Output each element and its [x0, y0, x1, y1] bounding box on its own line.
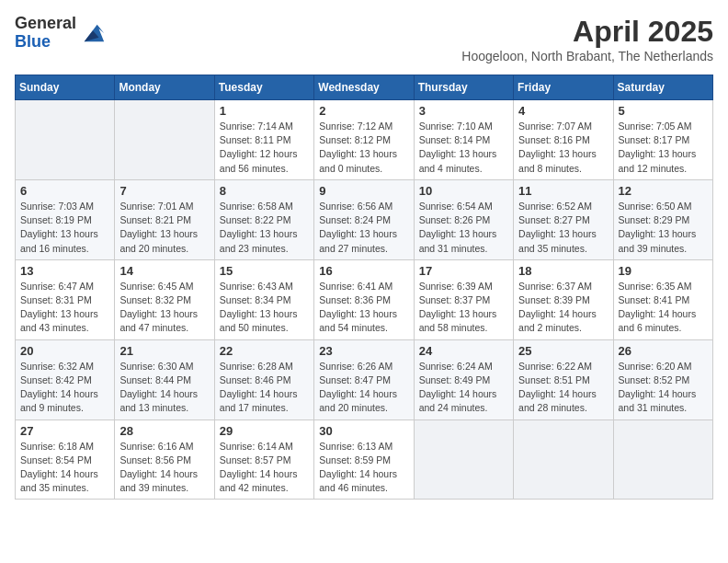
calendar-cell: 19Sunrise: 6:35 AM Sunset: 8:41 PM Dayli… — [613, 259, 712, 339]
day-info: Sunrise: 6:18 AM Sunset: 8:54 PM Dayligh… — [20, 440, 109, 496]
day-info: Sunrise: 6:39 AM Sunset: 8:37 PM Dayligh… — [419, 280, 508, 336]
calendar-cell: 5Sunrise: 7:05 AM Sunset: 8:17 PM Daylig… — [613, 100, 712, 180]
day-info: Sunrise: 6:58 AM Sunset: 8:22 PM Dayligh… — [220, 200, 309, 256]
day-info: Sunrise: 6:56 AM Sunset: 8:24 PM Dayligh… — [319, 200, 408, 256]
calendar-cell: 9Sunrise: 6:56 AM Sunset: 8:24 PM Daylig… — [314, 179, 414, 259]
day-number: 11 — [518, 184, 608, 198]
day-number: 20 — [20, 344, 109, 358]
day-info: Sunrise: 6:20 AM Sunset: 8:52 PM Dayligh… — [619, 360, 708, 416]
calendar-cell: 28Sunrise: 6:16 AM Sunset: 8:56 PM Dayli… — [115, 419, 214, 500]
day-info: Sunrise: 6:28 AM Sunset: 8:46 PM Dayligh… — [220, 360, 309, 416]
day-info: Sunrise: 6:37 AM Sunset: 8:39 PM Dayligh… — [518, 280, 608, 336]
calendar-cell: 18Sunrise: 6:37 AM Sunset: 8:39 PM Dayli… — [514, 259, 613, 339]
calendar-cell — [16, 100, 115, 180]
day-number: 8 — [220, 184, 309, 198]
calendar-cell: 20Sunrise: 6:32 AM Sunset: 8:42 PM Dayli… — [16, 339, 115, 419]
calendar-cell: 29Sunrise: 6:14 AM Sunset: 8:57 PM Dayli… — [214, 419, 313, 500]
calendar-cell: 15Sunrise: 6:43 AM Sunset: 8:34 PM Dayli… — [214, 259, 313, 339]
day-info: Sunrise: 7:07 AM Sunset: 8:16 PM Dayligh… — [518, 120, 608, 176]
calendar-cell: 2Sunrise: 7:12 AM Sunset: 8:12 PM Daylig… — [314, 100, 414, 180]
day-number: 13 — [20, 264, 109, 278]
calendar-day-header: Monday — [115, 75, 214, 100]
calendar-day-header: Friday — [514, 75, 613, 100]
calendar-cell: 14Sunrise: 6:45 AM Sunset: 8:32 PM Dayli… — [115, 259, 214, 339]
day-number: 5 — [619, 104, 708, 118]
calendar-cell: 12Sunrise: 6:50 AM Sunset: 8:29 PM Dayli… — [613, 179, 712, 259]
calendar-week-row: 27Sunrise: 6:18 AM Sunset: 8:54 PM Dayli… — [16, 419, 713, 500]
calendar-cell: 13Sunrise: 6:47 AM Sunset: 8:31 PM Dayli… — [16, 259, 115, 339]
title-section: April 2025 Hoogeloon, North Brabant, The… — [461, 15, 713, 63]
calendar-cell — [613, 419, 712, 500]
calendar-cell: 11Sunrise: 6:52 AM Sunset: 8:27 PM Dayli… — [514, 179, 613, 259]
day-number: 27 — [20, 424, 109, 438]
month-title: April 2025 — [461, 15, 713, 49]
day-info: Sunrise: 6:41 AM Sunset: 8:36 PM Dayligh… — [319, 280, 408, 336]
calendar-cell: 6Sunrise: 7:03 AM Sunset: 8:19 PM Daylig… — [16, 179, 115, 259]
day-info: Sunrise: 6:32 AM Sunset: 8:42 PM Dayligh… — [20, 360, 109, 416]
logo-icon — [80, 20, 106, 46]
day-number: 7 — [119, 184, 209, 198]
calendar-week-row: 1Sunrise: 7:14 AM Sunset: 8:11 PM Daylig… — [16, 100, 713, 180]
day-number: 15 — [220, 264, 309, 278]
day-info: Sunrise: 6:22 AM Sunset: 8:51 PM Dayligh… — [518, 360, 608, 416]
day-number: 9 — [319, 184, 408, 198]
logo: General Blue — [15, 15, 106, 52]
calendar-cell: 22Sunrise: 6:28 AM Sunset: 8:46 PM Dayli… — [214, 339, 313, 419]
calendar-day-header: Wednesday — [314, 75, 414, 100]
day-number: 17 — [419, 264, 508, 278]
calendar-cell: 21Sunrise: 6:30 AM Sunset: 8:44 PM Dayli… — [115, 339, 214, 419]
day-info: Sunrise: 6:45 AM Sunset: 8:32 PM Dayligh… — [119, 280, 209, 336]
calendar-week-row: 20Sunrise: 6:32 AM Sunset: 8:42 PM Dayli… — [16, 339, 713, 419]
calendar-cell: 25Sunrise: 6:22 AM Sunset: 8:51 PM Dayli… — [514, 339, 613, 419]
day-number: 19 — [619, 264, 708, 278]
logo-general-text: General — [15, 15, 76, 33]
day-number: 1 — [220, 104, 309, 118]
day-number: 2 — [319, 104, 408, 118]
day-number: 29 — [220, 424, 309, 438]
day-number: 28 — [119, 424, 209, 438]
calendar-cell: 27Sunrise: 6:18 AM Sunset: 8:54 PM Dayli… — [16, 419, 115, 500]
day-number: 4 — [518, 104, 608, 118]
calendar-cell: 24Sunrise: 6:24 AM Sunset: 8:49 PM Dayli… — [414, 339, 513, 419]
day-info: Sunrise: 7:12 AM Sunset: 8:12 PM Dayligh… — [319, 120, 408, 176]
day-info: Sunrise: 6:13 AM Sunset: 8:59 PM Dayligh… — [319, 440, 408, 496]
day-info: Sunrise: 6:26 AM Sunset: 8:47 PM Dayligh… — [319, 360, 408, 416]
day-info: Sunrise: 6:43 AM Sunset: 8:34 PM Dayligh… — [220, 280, 309, 336]
day-number: 26 — [619, 344, 708, 358]
calendar-cell: 7Sunrise: 7:01 AM Sunset: 8:21 PM Daylig… — [115, 179, 214, 259]
day-info: Sunrise: 6:47 AM Sunset: 8:31 PM Dayligh… — [20, 280, 109, 336]
calendar-cell — [514, 419, 613, 500]
calendar-day-header: Sunday — [16, 75, 115, 100]
calendar-week-row: 6Sunrise: 7:03 AM Sunset: 8:19 PM Daylig… — [16, 179, 713, 259]
day-info: Sunrise: 6:52 AM Sunset: 8:27 PM Dayligh… — [518, 200, 608, 256]
day-info: Sunrise: 6:24 AM Sunset: 8:49 PM Dayligh… — [419, 360, 508, 416]
calendar-cell: 17Sunrise: 6:39 AM Sunset: 8:37 PM Dayli… — [414, 259, 513, 339]
calendar-cell: 10Sunrise: 6:54 AM Sunset: 8:26 PM Dayli… — [414, 179, 513, 259]
day-info: Sunrise: 6:54 AM Sunset: 8:26 PM Dayligh… — [419, 200, 508, 256]
day-info: Sunrise: 7:05 AM Sunset: 8:17 PM Dayligh… — [619, 120, 708, 176]
calendar-cell: 3Sunrise: 7:10 AM Sunset: 8:14 PM Daylig… — [414, 100, 513, 180]
calendar-cell: 26Sunrise: 6:20 AM Sunset: 8:52 PM Dayli… — [613, 339, 712, 419]
day-number: 16 — [319, 264, 408, 278]
day-number: 22 — [220, 344, 309, 358]
logo-blue-text: Blue — [15, 33, 76, 52]
day-info: Sunrise: 6:14 AM Sunset: 8:57 PM Dayligh… — [220, 440, 309, 496]
calendar-day-header: Saturday — [613, 75, 712, 100]
calendar-table: SundayMondayTuesdayWednesdayThursdayFrid… — [15, 75, 713, 500]
location-title: Hoogeloon, North Brabant, The Netherland… — [461, 49, 713, 63]
day-number: 10 — [419, 184, 508, 198]
day-number: 12 — [619, 184, 708, 198]
calendar-cell — [115, 100, 214, 180]
calendar-week-row: 13Sunrise: 6:47 AM Sunset: 8:31 PM Dayli… — [16, 259, 713, 339]
day-number: 25 — [518, 344, 608, 358]
day-info: Sunrise: 6:16 AM Sunset: 8:56 PM Dayligh… — [119, 440, 209, 496]
day-info: Sunrise: 6:35 AM Sunset: 8:41 PM Dayligh… — [619, 280, 708, 336]
day-info: Sunrise: 6:30 AM Sunset: 8:44 PM Dayligh… — [119, 360, 209, 416]
day-info: Sunrise: 7:01 AM Sunset: 8:21 PM Dayligh… — [119, 200, 209, 256]
calendar-cell: 16Sunrise: 6:41 AM Sunset: 8:36 PM Dayli… — [314, 259, 414, 339]
calendar-cell: 23Sunrise: 6:26 AM Sunset: 8:47 PM Dayli… — [314, 339, 414, 419]
calendar-cell: 1Sunrise: 7:14 AM Sunset: 8:11 PM Daylig… — [214, 100, 313, 180]
calendar-cell: 4Sunrise: 7:07 AM Sunset: 8:16 PM Daylig… — [514, 100, 613, 180]
calendar-day-header: Thursday — [414, 75, 513, 100]
day-number: 3 — [419, 104, 508, 118]
